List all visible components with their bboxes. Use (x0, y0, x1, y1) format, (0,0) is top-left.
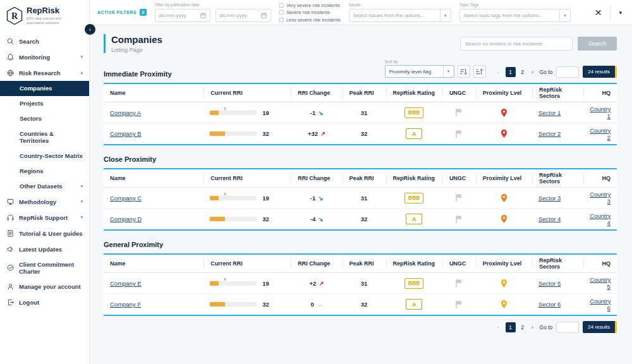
col-ungc: UNGC (442, 259, 476, 269)
svg-text:R: R (11, 11, 18, 21)
page-2-button[interactable]: 2 (520, 324, 526, 331)
hq-link[interactable]: Country 3 (590, 191, 611, 205)
sector-link[interactable]: Sector 6 (538, 301, 561, 308)
sidebar-item-countries-territories[interactable]: Countries & Territories (0, 126, 89, 149)
page-2-button[interactable]: 2 (520, 69, 526, 75)
sort-ascending-button[interactable] (458, 65, 470, 78)
search-button[interactable]: Search (578, 37, 617, 51)
sidebar-item-label: Monitoring (19, 54, 50, 61)
hq-link[interactable]: Country 4 (590, 212, 611, 226)
next-page-button[interactable]: › (530, 69, 536, 75)
section-title: Close Proximity (104, 155, 617, 163)
prev-page-button[interactable]: ‹ (495, 69, 502, 75)
sidebar-item-risk-research[interactable]: Risk Research ▴ (0, 65, 89, 81)
severity-checkbox-less-severe[interactable]: Less severe risk incidents (279, 17, 341, 23)
chevron-down-icon: ▾ (443, 66, 454, 77)
hq-link[interactable]: Country 1 (590, 106, 611, 119)
company-link[interactable]: Company E (110, 280, 142, 287)
sidebar-item-client-commitment-charter[interactable]: Client Commitment Charter (0, 257, 89, 279)
page-1-button[interactable]: 1 (506, 322, 516, 332)
sidebar-item-label: Country-Sector Matrix (20, 152, 83, 159)
sidebar-item-monitoring[interactable]: Monitoring ▾ (0, 49, 89, 65)
table-header-row: Name Current RRI RRI Change Peak RRI Rep… (104, 84, 617, 102)
sidebar-item-latest-updates[interactable]: Latest Updates (0, 241, 89, 257)
sidebar-item-label: Projects (20, 100, 44, 107)
sidebar-item-companies[interactable]: Companies (0, 81, 89, 96)
company-link[interactable]: Company A (110, 109, 141, 116)
sector-link[interactable]: Sector 2 (538, 130, 561, 137)
sector-link[interactable]: Sector 4 (538, 215, 561, 222)
sidebar-item-tutorial-user-guides[interactable]: Tutorial & User guides (0, 226, 89, 241)
company-link[interactable]: Company C (110, 195, 142, 202)
table-header-row: Name Current RRI RRI Change Peak RRI Rep… (104, 169, 617, 188)
goto-page-input[interactable] (556, 322, 579, 333)
col-ungc: UNGC (442, 88, 476, 98)
sidebar-collapse-toggle[interactable]: ‹ (85, 24, 95, 35)
chevron-down-icon: ▾ (80, 184, 83, 189)
sidebar-item-country-sector-matrix[interactable]: Country-Sector Matrix (0, 149, 89, 164)
sector-link[interactable]: Sector 5 (538, 280, 561, 287)
sidebar-item-other-datasets[interactable]: Other Datasets▾ (0, 179, 89, 194)
active-filters-toggle[interactable]: ACTIVE FILTERS 2 (97, 9, 147, 16)
document-icon (6, 229, 15, 238)
date-from-input[interactable] (159, 13, 200, 18)
col-reprisk-sectors: RepRisk Sectors (532, 174, 583, 183)
next-page-button[interactable]: › (530, 324, 536, 331)
rri-value: 32 (262, 215, 269, 222)
sidebar-item-methodology[interactable]: Methodology ▾ (0, 194, 89, 210)
col-rri-change: RRI Change (291, 88, 342, 98)
sidebar-item-projects[interactable]: Projects (0, 96, 89, 111)
sidebar-item-sectors[interactable]: Sectors (0, 111, 89, 126)
hq-link[interactable]: Country 2 (590, 127, 611, 141)
brand-tagline: ESG data science and quantitative soluti… (27, 16, 76, 25)
sidebar-item-search[interactable]: Search (0, 33, 89, 49)
issues-select[interactable]: Select issues from the options... ▾ (349, 9, 451, 22)
logout-icon (6, 298, 15, 306)
entity-search-input[interactable] (460, 37, 573, 51)
proximity-pin-icon (500, 129, 508, 138)
sidebar-item-label: Sectors (20, 115, 42, 122)
topic-tags-label: Topic Tags (459, 3, 571, 7)
pagination: ‹ 1 2 › Go to 24 results (495, 66, 617, 78)
rri-value: 32 (262, 130, 269, 137)
date-to-input[interactable] (219, 13, 260, 18)
topic-tags-select[interactable]: Select topic tags from the options... ▾ (459, 9, 571, 22)
collapse-filterbar-button[interactable]: ▾ (616, 8, 624, 17)
sidebar-item-label: Risk Research (19, 70, 60, 76)
hq-link[interactable]: Country 6 (590, 298, 611, 312)
company-link[interactable]: Company B (110, 130, 142, 137)
brand-name: RepRisk (27, 6, 76, 15)
clear-filters-button[interactable]: ✕ (592, 6, 605, 19)
peak-rri-value: 32 (343, 301, 386, 308)
ungc-flag-icon (455, 279, 463, 288)
table-row: Company B 32 +32 32 A Sector 2 Country 2 (104, 123, 617, 144)
rri-bar (210, 281, 257, 286)
date-to-field[interactable] (216, 9, 271, 22)
sort-descending-button[interactable] (473, 65, 486, 78)
checkbox-icon (279, 18, 284, 22)
sort-pagination-controls: Sort by Proximity level flag ▾ ‹ (385, 59, 617, 78)
hq-link[interactable]: Country 5 (590, 276, 611, 290)
sidebar-item-reprisk-support[interactable]: RepRisk Support ▾ (0, 210, 89, 226)
goto-page-input[interactable] (556, 66, 579, 78)
date-from-field[interactable] (155, 9, 210, 22)
col-rri-change: RRI Change (291, 259, 342, 269)
table-header-row: Name Current RRI RRI Change Peak RRI Rep… (104, 255, 617, 273)
sidebar-item-regions[interactable]: Regions (0, 164, 89, 179)
page-1-button[interactable]: 1 (506, 67, 516, 77)
sidebar-item-manage-account[interactable]: Manage your account (0, 279, 89, 294)
company-link[interactable]: Company F (110, 301, 141, 308)
sort-select[interactable]: Proximity level flag ▾ (385, 65, 454, 78)
sector-link[interactable]: Sector 3 (538, 195, 561, 202)
sidebar-item-label: Methodology (19, 198, 56, 205)
rri-value: 32 (262, 301, 269, 308)
severity-checkbox-very-severe[interactable]: Very severe risk incidents (279, 3, 341, 8)
rri-bar (210, 131, 257, 136)
sector-link[interactable]: Sector 1 (538, 109, 561, 116)
prev-page-button[interactable]: ‹ (495, 324, 502, 331)
sidebar-item-logout[interactable]: Logout (0, 294, 89, 310)
sidebar-item-label: Logout (19, 299, 39, 306)
company-link[interactable]: Company D (110, 215, 142, 222)
rri-bar (210, 196, 257, 200)
severity-checkbox-severe[interactable]: Severe risk incidents (279, 9, 341, 15)
